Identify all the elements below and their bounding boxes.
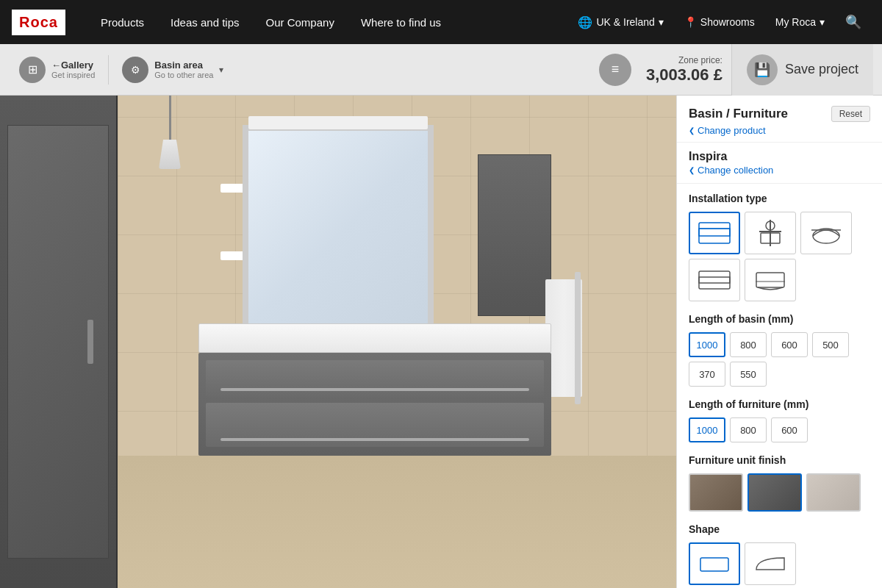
navbar-right: 🌐 UK & Ireland ▾ 📍 Showrooms My Roca ▾ 🔍 <box>569 0 870 44</box>
basin-drawer-2-handle <box>220 438 529 441</box>
search-button[interactable]: 🔍 <box>836 0 870 44</box>
toolbar: ⊞ ←Gallery Get inspired ⚙ Basin area Go … <box>0 44 882 96</box>
svg-rect-10 <box>699 277 730 283</box>
settings-icon: ⚙ <box>122 57 148 83</box>
inst-type-5-icon <box>752 265 789 295</box>
basin-area-selector[interactable]: ⚙ Basin area Go to other area ▾ <box>112 51 234 88</box>
nav-links: Products Ideas and tips Our Company Wher… <box>87 0 570 44</box>
installation-type-grid <box>689 212 870 301</box>
basin-len-1000[interactable]: 1000 <box>689 332 725 357</box>
finish-label: Furniture unit finish <box>689 454 870 466</box>
reset-button[interactable]: Reset <box>831 106 870 122</box>
save-project-button[interactable]: 💾 Save project <box>731 44 873 96</box>
navbar: Roca Products Ideas and tips Our Company… <box>0 0 882 44</box>
basin-len-600[interactable]: 600 <box>771 332 808 357</box>
furniture-length-group: 1000 800 600 <box>689 417 870 442</box>
grid-icon: ⊞ <box>19 57 46 83</box>
region-selector[interactable]: 🌐 UK & Ireland ▾ <box>569 0 672 44</box>
panel-title-row: Basin / Furniture Reset <box>689 106 870 122</box>
svg-rect-0 <box>699 223 730 243</box>
basin-area-chevron-icon: ▾ <box>219 65 223 75</box>
inst-type-3-icon <box>808 218 845 248</box>
tall-cabinet-door <box>7 125 109 559</box>
basin-length-group: 1000 800 600 500 370 550 <box>689 332 870 387</box>
inst-type-1[interactable] <box>689 212 740 254</box>
finish-swatch-3[interactable] <box>806 473 861 512</box>
shape-label: Shape <box>689 523 870 535</box>
search-icon: 🔍 <box>845 14 861 30</box>
basin-drawer-1-handle <box>220 388 529 391</box>
basin-len-500[interactable]: 500 <box>812 332 849 357</box>
side-cabinet <box>478 154 551 316</box>
shape-1-icon <box>696 549 733 578</box>
basin-drawer-1 <box>206 360 544 397</box>
gallery-button[interactable]: ⊞ ←Gallery Get inspired <box>9 51 105 88</box>
svg-rect-11 <box>756 273 784 287</box>
finish-swatch-2[interactable] <box>747 473 802 512</box>
shape-grid <box>689 542 870 585</box>
svg-rect-13 <box>700 558 728 571</box>
price-section: Zone price: 3,003.06 £ <box>637 55 731 85</box>
svg-point-7 <box>813 229 839 243</box>
gallery-label: ←Gallery <box>51 60 93 71</box>
my-roca-label: My Roca <box>775 16 816 28</box>
svg-rect-1 <box>699 229 730 236</box>
inst-type-2[interactable] <box>745 212 796 254</box>
svg-rect-9 <box>699 271 730 289</box>
furn-len-800[interactable]: 800 <box>730 417 767 442</box>
basin-len-370[interactable]: 370 <box>689 362 725 387</box>
finish-swatch-1[interactable] <box>689 473 743 512</box>
shape-1[interactable] <box>689 542 740 585</box>
inst-type-3[interactable] <box>800 212 852 254</box>
bathroom-image-area <box>0 96 676 588</box>
basin-area-label: Basin area <box>154 60 203 71</box>
collection-row: Inspira Change collection <box>677 143 882 184</box>
tall-cabinet-handle <box>87 320 93 364</box>
price-value: 3,003.06 £ <box>646 65 723 85</box>
nav-products[interactable]: Products <box>87 0 157 44</box>
inst-type-2-icon <box>752 218 789 248</box>
basin-len-550[interactable]: 550 <box>730 362 767 387</box>
collection-name: Inspira <box>689 150 870 163</box>
change-collection-link[interactable]: Change collection <box>689 165 870 176</box>
towel-bar <box>575 272 581 404</box>
bathroom-background <box>0 96 676 588</box>
nav-company[interactable]: Our Company <box>253 0 348 44</box>
save-project-label: Save project <box>785 62 858 77</box>
inst-type-1-icon <box>696 218 733 248</box>
nav-where[interactable]: Where to find us <box>348 0 454 44</box>
list-icon-button[interactable]: ≡ <box>599 54 631 86</box>
basin-cabinet <box>198 353 551 456</box>
finish-color-group <box>689 473 870 512</box>
right-panel: Basin / Furniture Reset Change product I… <box>676 96 882 588</box>
basin-unit <box>198 323 551 456</box>
basin-length-label: Length of basin (mm) <box>689 313 870 325</box>
price-label: Zone price: <box>678 55 723 65</box>
furn-len-1000[interactable]: 1000 <box>689 417 725 442</box>
showrooms-link[interactable]: 📍 Showrooms <box>675 0 764 44</box>
shape-2-icon <box>752 549 789 578</box>
inst-type-4-icon <box>696 265 733 295</box>
furn-len-600[interactable]: 600 <box>771 417 808 442</box>
tall-cabinet <box>0 96 118 588</box>
change-product-link[interactable]: Change product <box>689 125 870 136</box>
inst-type-4[interactable] <box>689 259 740 301</box>
furniture-length-label: Length of furniture (mm) <box>689 398 870 410</box>
my-roca-chevron-icon: ▾ <box>820 16 825 28</box>
logo[interactable]: Roca <box>12 10 65 35</box>
location-icon: 📍 <box>684 16 697 28</box>
shape-2[interactable] <box>745 542 796 585</box>
my-roca-link[interactable]: My Roca ▾ <box>767 0 833 44</box>
basin-len-800[interactable]: 800 <box>730 332 767 357</box>
bathroom-mirror <box>243 125 434 345</box>
gallery-sublabel: Get inspired <box>51 71 95 79</box>
showrooms-label: Showrooms <box>700 16 755 28</box>
inst-type-5[interactable] <box>745 259 796 301</box>
nav-ideas[interactable]: Ideas and tips <box>157 0 252 44</box>
region-label: UK & Ireland <box>596 16 654 28</box>
panel-body: Installation type <box>677 184 882 588</box>
region-chevron-icon: ▾ <box>659 16 664 28</box>
globe-icon: 🌐 <box>578 15 592 29</box>
main-content: Basin / Furniture Reset Change product I… <box>0 96 882 588</box>
installation-type-label: Installation type <box>689 193 870 204</box>
